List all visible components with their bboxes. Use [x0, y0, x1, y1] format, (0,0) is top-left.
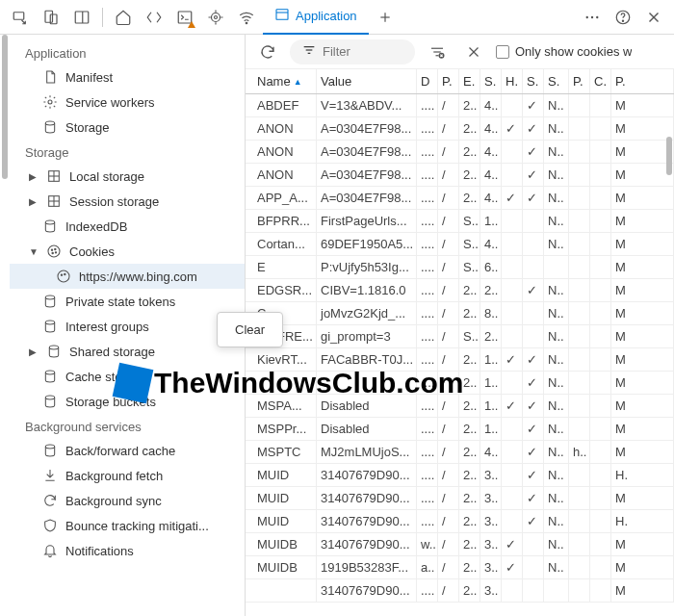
sidebar-item-shared-storage[interactable]: ▶Shared storage — [10, 339, 245, 364]
col-s[interactable]: S. — [480, 69, 502, 93]
sidebar-item-bf-cache[interactable]: Back/forward cache — [10, 438, 245, 463]
home-icon[interactable] — [109, 3, 138, 32]
table-row[interactable]: EP:vUjfy5h53Ig......./S..6..M — [246, 256, 674, 279]
sidebar-item-storage[interactable]: Storage — [10, 115, 245, 140]
sidebar-item-bg-fetch[interactable]: Background fetch — [10, 463, 245, 488]
device-icon[interactable] — [37, 3, 65, 32]
cell — [502, 441, 523, 463]
more-icon[interactable] — [578, 3, 607, 32]
col-d[interactable]: D — [417, 69, 438, 93]
tab-label: Application — [296, 9, 357, 23]
cell: ✓ — [502, 187, 523, 209]
table-row[interactable]: CjoMvzG2Kjd_......./2..8..N..M — [246, 302, 674, 325]
sidebar-item-storage-buckets[interactable]: Storage buckets — [10, 389, 245, 414]
sidebar-item-local-storage[interactable]: ▶Local storage — [10, 164, 245, 189]
table-row[interactable]: ABDEFV=13&ABDV......./2..4..✓N..M — [246, 94, 674, 117]
cell — [523, 579, 544, 602]
col-s3[interactable]: S. — [544, 69, 569, 93]
sidebar-item-interest-groups[interactable]: Interest groups — [10, 314, 245, 339]
cell: ✓ — [502, 117, 523, 140]
sidebar-item-private-state-tokens[interactable]: Private state tokens — [10, 289, 245, 314]
table-row[interactable]: EDGSR...CIBV=1.1816.0..../2..2..✓N..M — [246, 279, 674, 302]
left-scrollbar-thumb[interactable] — [2, 35, 8, 179]
cell: N.. — [544, 302, 569, 324]
col-c[interactable]: C. — [590, 69, 611, 93]
database-icon — [42, 443, 58, 458]
sidebar-item-bounce-tracking[interactable]: Bounce tracking mitigati... — [10, 513, 245, 538]
right-scrollbar-thumb[interactable] — [666, 137, 672, 175]
col-p[interactable]: P. — [438, 69, 459, 93]
cell: N.. — [544, 418, 569, 440]
cell: / — [438, 372, 459, 394]
cell: MUID — [246, 487, 317, 509]
dock-icon[interactable] — [67, 3, 96, 32]
sidebar-item-service-workers[interactable]: Service workers — [10, 90, 245, 115]
table-row[interactable]: ANONA=0304E7F98......./2..4..✓✓N..M — [246, 117, 674, 141]
table-row[interactable]: Cortan...69DEF1950A5......./S..4..N..M — [246, 233, 674, 256]
sidebar-item-cache-storage[interactable]: Cache storage — [10, 364, 245, 389]
help-icon[interactable] — [609, 3, 637, 32]
table-row[interactable]: MSPTCMJ2mLMUjoS......./2..4..✓N..h..M — [246, 441, 674, 464]
clear-filter-icon[interactable] — [423, 38, 452, 66]
col-h[interactable]: H. — [502, 69, 523, 93]
sidebar-item-notifications[interactable]: Notifications — [10, 538, 245, 563]
cell: / — [438, 510, 459, 532]
cell: joMvzG2Kjd_... — [317, 302, 417, 324]
table-row[interactable]: KievRT...FACaBBR-T0J......./2..1..✓✓N..M — [246, 348, 674, 372]
table-row[interactable]: ..../2..1..✓N..M — [246, 372, 674, 395]
table-row[interactable]: MSPA...Disabled..../2..1..✓✓N..M — [246, 395, 674, 418]
checkbox-icon[interactable] — [496, 45, 509, 59]
col-name[interactable]: Name▲ — [246, 69, 317, 93]
cell: .... — [417, 418, 438, 440]
cell: M — [611, 533, 674, 555]
inspect-icon[interactable] — [6, 3, 35, 32]
col-e[interactable]: E. — [459, 69, 480, 93]
table-row[interactable]: ANONA=0304E7F98......./2..4..✓N..M — [246, 141, 674, 164]
sidebar-item-bg-sync[interactable]: Background sync — [10, 488, 245, 513]
table-row[interactable]: MUID31407679D90......./2..3..✓N..M — [246, 487, 674, 510]
table-row[interactable]: MUID31407679D90......./2..3..✓N..H. — [246, 464, 674, 487]
sidebar-item-session-storage[interactable]: ▶Session storage — [10, 189, 245, 214]
left-scrollbar-track[interactable] — [0, 35, 10, 616]
close-devtools-icon[interactable] — [639, 3, 668, 32]
table-row[interactable]: MSPPr...Disabled..../2..1..✓N..M — [246, 418, 674, 441]
col-p2[interactable]: P. — [569, 69, 590, 93]
table-row[interactable]: BFPRR...FirstPageUrls......./S..1..N..M — [246, 210, 674, 233]
table-row[interactable]: MUIDB1919B53283F...a../2..3..✓N..M — [246, 556, 674, 579]
console-icon[interactable] — [170, 3, 199, 32]
cell — [523, 210, 544, 232]
expand-icon[interactable]: ▶ — [29, 346, 39, 357]
add-tab-button[interactable] — [371, 10, 400, 25]
cell — [523, 533, 544, 555]
sidebar-item-cookies[interactable]: ▼Cookies — [10, 239, 245, 264]
elements-icon[interactable] — [140, 3, 168, 32]
cell: CIBV=1.1816.0 — [317, 279, 417, 301]
filter-input-wrapper[interactable] — [290, 39, 415, 64]
network-icon[interactable] — [232, 3, 261, 32]
sidebar-item-cookie-origin[interactable]: https://www.bing.com — [10, 264, 245, 289]
refresh-icon[interactable] — [253, 38, 282, 66]
collapse-icon[interactable]: ▼ — [29, 246, 39, 257]
context-clear[interactable]: Clear — [218, 317, 282, 343]
table-row[interactable]: 31407679D90......./2..3..M — [246, 579, 674, 603]
table-row[interactable]: APP_A...A=0304E7F98......./2..4..✓✓N..M — [246, 187, 674, 210]
expand-icon[interactable]: ▶ — [29, 171, 39, 182]
delete-icon[interactable] — [459, 38, 488, 66]
table-row[interactable]: MUIDB31407679D90...w../2..3..✓N..M — [246, 533, 674, 556]
cell: N.. — [544, 556, 569, 578]
col-s2[interactable]: S. — [523, 69, 544, 93]
sidebar-item-indexeddb[interactable]: IndexedDB — [10, 214, 245, 239]
table-row[interactable]: ANONA=0304E7F98......./2..4..✓N..M — [246, 164, 674, 187]
cell: .... — [417, 141, 438, 163]
expand-icon[interactable]: ▶ — [29, 196, 39, 207]
sidebar-item-manifest[interactable]: Manifest — [10, 64, 245, 90]
filter-input[interactable] — [323, 44, 400, 59]
table-row[interactable]: MUID31407679D90......./2..3..✓N..H. — [246, 510, 674, 533]
only-cookies-checkbox[interactable]: Only show cookies w — [496, 44, 632, 59]
col-p3[interactable]: P. — [611, 69, 674, 93]
cell — [590, 302, 611, 324]
tab-application[interactable]: Application — [263, 0, 369, 35]
table-row[interactable]: GI_FRE...gi_prompt=3..../S..2..N..M — [246, 325, 674, 348]
sources-icon[interactable] — [201, 3, 230, 32]
col-value[interactable]: Value — [317, 69, 417, 93]
